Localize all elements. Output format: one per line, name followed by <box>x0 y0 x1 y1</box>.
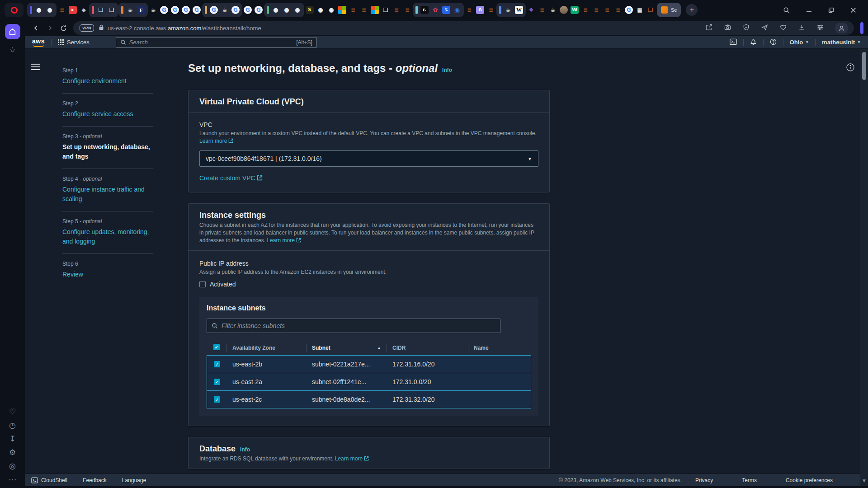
tab-doc[interactable]: ❏ <box>95 3 106 17</box>
tab-stackoverflow[interactable]: ≡ <box>613 3 623 17</box>
create-custom-vpc-link[interactable]: Create custom VPC <box>199 174 263 182</box>
tab-shield[interactable]: ◆ <box>78 3 89 17</box>
tab-stackoverflow[interactable]: ≡ <box>486 3 496 17</box>
scrollbar-down-arrow[interactable]: ▼ <box>860 479 868 483</box>
flashlight-icon[interactable]: ◎ <box>9 462 16 470</box>
tab-github[interactable]: ● <box>292 3 304 17</box>
row-checkbox[interactable]: ✓ <box>214 396 220 403</box>
tab-coffee[interactable]: ☕ <box>125 3 136 17</box>
tab-stackoverflow[interactable]: ≡ <box>359 3 369 17</box>
tab-llama[interactable]: Λ <box>475 3 486 17</box>
notifications-bell-icon[interactable] <box>750 38 757 47</box>
downloads-icon[interactable]: ↧ <box>9 435 15 443</box>
snapshot-camera-icon[interactable] <box>724 24 731 33</box>
tab-github[interactable]: ● <box>270 3 281 17</box>
tab-r-logo[interactable]: r. <box>419 3 430 17</box>
tab-stackoverflow[interactable]: ≡ <box>591 3 602 17</box>
tab-search-icon[interactable] <box>783 7 790 14</box>
tab-coffee[interactable]: ☕ <box>219 3 230 17</box>
close-window-button[interactable] <box>850 7 856 13</box>
footer-language-link[interactable]: Language <box>122 477 146 483</box>
sidebar-home-button[interactable] <box>5 24 20 39</box>
page-scrollbar[interactable]: ▼ <box>860 49 868 486</box>
vpc-select[interactable]: vpc-0ceef90b864f18671 | (172.31.0.0/16)▼ <box>199 150 538 167</box>
tab-f-logo[interactable]: F <box>136 3 148 17</box>
tab-google[interactable]: G <box>208 3 219 17</box>
tab-google[interactable]: G <box>180 3 191 17</box>
tab-flower[interactable]: ✿ <box>430 3 441 17</box>
row-checkbox[interactable]: ✓ <box>214 379 220 385</box>
new-tab-button[interactable]: + <box>681 3 699 17</box>
tab-group-indicator[interactable] <box>202 3 208 17</box>
tab-bolt[interactable]: ↯ <box>441 3 452 17</box>
column-subnet-sorted[interactable]: Subnet▲ <box>306 344 387 352</box>
select-all-checkbox[interactable]: ✓ <box>213 344 220 350</box>
footer-cloudshell-button[interactable]: CloudShell <box>31 477 67 483</box>
wizard-step-link[interactable]: Configure service access <box>62 109 151 119</box>
sidebar-heart-icon[interactable]: ♡ <box>9 408 16 416</box>
send-to-device-icon[interactable] <box>761 24 768 33</box>
tab-microsoft[interactable] <box>337 3 348 17</box>
tab-stackoverflow[interactable]: ≡ <box>57 3 67 17</box>
tab-google[interactable]: G <box>623 3 634 17</box>
tab-stackoverflow[interactable]: ≡ <box>580 3 591 17</box>
hamburger-menu-icon[interactable] <box>31 64 40 72</box>
info-panel-icon[interactable] <box>846 63 855 74</box>
settings-gear-icon[interactable]: ⚙ <box>9 449 16 456</box>
tab-group-indicator[interactable] <box>27 3 33 17</box>
scrollbar-thumb[interactable] <box>862 52 866 80</box>
tab-stackoverflow[interactable]: ≡ <box>391 3 402 17</box>
column-name[interactable]: Name <box>468 344 531 352</box>
tab-doc[interactable]: ❏ <box>380 3 391 17</box>
footer-privacy-link[interactable]: Privacy <box>695 477 713 483</box>
tab-github[interactable]: ● <box>44 3 57 17</box>
wizard-step-link[interactable]: Review <box>62 270 151 279</box>
download-icon[interactable] <box>798 24 805 33</box>
reload-button[interactable] <box>60 25 67 32</box>
instance-learn-more-link[interactable]: Learn more <box>267 237 301 244</box>
account-menu[interactable]: matheusinit▼ <box>822 39 861 46</box>
wizard-step-link[interactable]: Configure instance traffic and scaling <box>62 185 151 204</box>
title-info-link[interactable]: Info <box>442 67 452 73</box>
tab-group-indicator[interactable] <box>118 3 125 17</box>
column-availability-zone[interactable]: Availability Zone <box>226 344 306 352</box>
tab-youtube[interactable]: ▶ <box>67 3 78 17</box>
subnet-table-row[interactable]: ✓ us-east-2a subnet-02ff1241e... 172.31.… <box>207 373 531 391</box>
database-learn-more-link[interactable]: Learn more <box>335 455 369 462</box>
cloudshell-icon[interactable] <box>730 38 737 47</box>
tab-google[interactable]: G <box>242 3 253 17</box>
shield-check-icon[interactable] <box>743 24 750 33</box>
subnet-filter-box[interactable] <box>207 319 500 333</box>
tab-stackoverflow[interactable]: ≡ <box>602 3 613 17</box>
bookmarks-star-icon[interactable]: ☆ <box>9 46 16 54</box>
tab-monster[interactable]: ❖ <box>526 3 537 17</box>
tab-stackoverflow[interactable]: ≡ <box>402 3 413 17</box>
tab-github[interactable]: ● <box>315 3 326 17</box>
wizard-step-link[interactable]: Set up networking, database, and tags <box>62 142 151 161</box>
tab-doc[interactable]: ❏ <box>106 3 118 17</box>
footer-feedback-link[interactable]: Feedback <box>83 477 107 483</box>
url-field[interactable]: VPN us-east-2.console.aws.amazon.com/ela… <box>73 21 854 35</box>
tab-github[interactable]: ● <box>326 3 337 17</box>
tab-microsoft[interactable] <box>369 3 380 17</box>
tab-avatar[interactable] <box>558 3 569 17</box>
tab-box[interactable]: ❒ <box>645 3 656 17</box>
profile-button[interactable] <box>835 23 848 33</box>
tab-stackoverflow[interactable]: ≡ <box>348 3 359 17</box>
tab-google[interactable]: G <box>159 3 170 17</box>
forward-button[interactable] <box>47 25 53 31</box>
tab-s-logo[interactable]: S <box>304 3 315 17</box>
tab-stackoverflow[interactable]: ≡ <box>537 3 547 17</box>
history-clock-icon[interactable]: ◷ <box>9 422 16 429</box>
tab-active-aws-console[interactable]: Se <box>657 3 681 17</box>
tab-wikipedia[interactable]: W <box>514 3 526 17</box>
help-icon[interactable] <box>770 38 777 47</box>
vpn-badge[interactable]: VPN <box>80 24 94 32</box>
edit-bookmark-icon[interactable] <box>706 24 712 33</box>
column-cidr[interactable]: CIDR <box>387 344 468 352</box>
tab-google[interactable]: G <box>230 3 242 17</box>
page-settings-icon[interactable] <box>817 24 824 33</box>
subnet-filter-input[interactable] <box>222 322 495 329</box>
tab-group-indicator[interactable] <box>89 3 95 17</box>
tab-coffee[interactable]: ☕ <box>148 3 159 17</box>
